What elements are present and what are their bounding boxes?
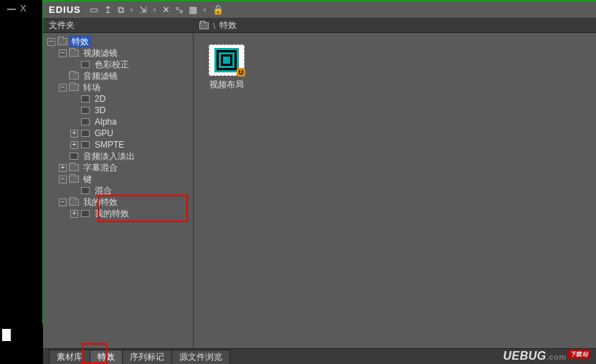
folder-icon[interactable]: ▭: [90, 4, 98, 15]
tree-blend[interactable]: 混合: [43, 185, 193, 196]
tree-title-mix[interactable]: + 字幕混合: [43, 162, 193, 173]
effect-thumbnail[interactable]: U: [209, 44, 245, 76]
search-icon[interactable]: ᵒₒ: [176, 4, 183, 15]
expand-icon[interactable]: +: [59, 164, 67, 172]
export-icon[interactable]: ⇲: [139, 4, 147, 15]
collapse-icon[interactable]: −: [47, 38, 55, 46]
effect-item-video-layout[interactable]: U 视频布局: [205, 44, 248, 91]
scrubber-stub[interactable]: [2, 329, 11, 341]
collapse-icon[interactable]: −: [59, 198, 67, 206]
content-panel: \ 特效 U 视频布局: [194, 19, 596, 348]
folder-panel: 文件夹 − 特效 − 视频滤镜: [43, 19, 194, 348]
tree-video-filter[interactable]: − 视频滤镜: [43, 47, 193, 59]
tree-smpte[interactable]: + SMPTE: [43, 139, 193, 150]
expand-icon[interactable]: +: [70, 141, 78, 149]
tab-library[interactable]: 素材库: [49, 350, 90, 364]
tree-my-effects-sub[interactable]: + 我的特效: [43, 208, 193, 219]
tree-keys[interactable]: − 键: [43, 173, 193, 185]
user-badge-icon: U: [237, 68, 245, 77]
breadcrumb-label: 特效: [219, 19, 237, 32]
app-title: EDIUS: [49, 4, 81, 15]
tab-effects[interactable]: 特效: [90, 350, 123, 364]
tree-color-correction[interactable]: 色彩校正: [43, 59, 193, 70]
content-panel-header: \ 特效: [194, 19, 596, 33]
tree-3d[interactable]: 3D: [43, 105, 193, 116]
breadcrumb-separator: \: [213, 21, 215, 30]
tree-audio-filter[interactable]: 音频滤镜: [43, 70, 193, 82]
window-controls[interactable]: X: [7, 3, 27, 14]
link-icon[interactable]: ⧉: [118, 4, 124, 16]
lock-icon[interactable]: 🔒: [212, 4, 224, 15]
expand-icon[interactable]: +: [70, 130, 78, 138]
viewer-placeholder: X: [0, 0, 43, 364]
folder-panel-header: 文件夹: [43, 19, 193, 33]
tree-my-effects[interactable]: − 我的特效: [43, 196, 193, 208]
folder-icon[interactable]: [199, 22, 209, 29]
tree-label[interactable]: 特效: [70, 36, 91, 47]
tree-2d[interactable]: 2D: [43, 93, 193, 105]
grid-icon[interactable]: ▦: [189, 4, 197, 15]
tree-transition[interactable]: − 转场: [43, 82, 193, 93]
main-toolbar: EDIUS ▭ ↥ ⧉ ▾ ⇲ ▾ ✕ ᵒₒ ▦ ▾ 🔒: [43, 1, 596, 19]
expand-icon[interactable]: +: [70, 210, 78, 218]
collapse-icon[interactable]: −: [59, 84, 67, 92]
tree-audio-fade[interactable]: 音频淡入淡出: [43, 150, 193, 162]
collapse-icon[interactable]: −: [59, 49, 67, 57]
tab-markers[interactable]: 序列标记: [122, 350, 172, 364]
tree-root-effects[interactable]: − 特效: [43, 36, 193, 47]
tree-alpha[interactable]: Alpha: [43, 116, 193, 128]
effect-label: 视频布局: [205, 79, 248, 91]
tree-gpu[interactable]: + GPU: [43, 128, 193, 139]
effects-tree[interactable]: − 特效 − 视频滤镜 色彩校正: [43, 33, 193, 348]
watermark: UEBUG.com下载站: [503, 350, 590, 363]
up-icon[interactable]: ↥: [104, 4, 112, 15]
collapse-icon[interactable]: −: [59, 176, 67, 183]
tab-source-browser[interactable]: 源文件浏览: [171, 350, 230, 364]
delete-icon[interactable]: ✕: [162, 4, 170, 15]
